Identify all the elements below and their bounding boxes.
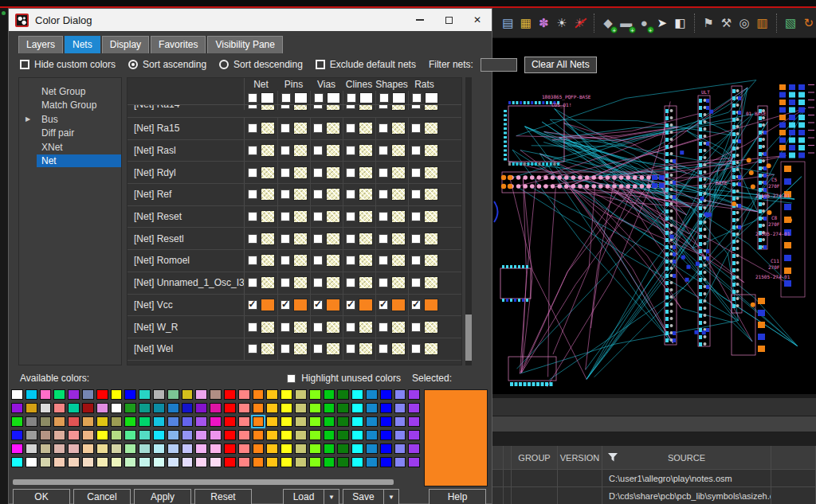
palette-swatch[interactable] xyxy=(40,443,52,454)
palette-swatch[interactable] xyxy=(324,443,335,454)
net-color-swatch[interactable] xyxy=(391,254,406,267)
net-visibility-checkbox[interactable] xyxy=(313,234,323,244)
palette-swatch[interactable] xyxy=(351,457,363,467)
palette-swatch[interactable] xyxy=(295,457,307,467)
net-visibility-checkbox[interactable] xyxy=(346,278,355,287)
net-visibility-checkbox[interactable] xyxy=(248,322,257,332)
palette-swatch[interactable] xyxy=(167,389,179,400)
palette-swatch[interactable] xyxy=(280,457,292,467)
net-color-swatch[interactable] xyxy=(359,144,373,157)
net-visibility-checkbox[interactable] xyxy=(248,105,257,109)
net-visibility-checkbox[interactable] xyxy=(280,168,290,178)
palette-swatch[interactable] xyxy=(139,416,151,427)
pin-copy-icon[interactable]: ⚑ xyxy=(701,14,716,32)
tree-item-xnet[interactable]: XNet xyxy=(19,140,121,154)
net-color-swatch[interactable] xyxy=(326,342,340,355)
net-color-swatch[interactable] xyxy=(424,122,438,135)
sort-ascending-option[interactable]: Sort ascending xyxy=(128,59,206,70)
net-color-swatch[interactable] xyxy=(391,342,406,355)
net-color-swatch[interactable] xyxy=(359,342,373,355)
hide-custom-colors-checkbox[interactable] xyxy=(20,60,29,69)
expand-arrow-icon[interactable]: ▶ xyxy=(19,115,37,123)
net-visibility-checkbox[interactable] xyxy=(313,189,323,199)
net-color-swatch[interactable] xyxy=(359,299,373,311)
palette-swatch[interactable] xyxy=(295,416,307,427)
select-all-checkbox-net[interactable] xyxy=(248,93,257,103)
palette-swatch[interactable] xyxy=(337,416,349,427)
palette-swatch[interactable] xyxy=(224,443,236,454)
palette-swatch[interactable] xyxy=(139,389,151,400)
palette-swatch[interactable] xyxy=(111,443,123,454)
net-color-swatch[interactable] xyxy=(293,105,308,111)
net-visibility-checkbox[interactable] xyxy=(379,168,388,178)
palette-swatch[interactable] xyxy=(224,403,236,413)
net-color-swatch[interactable] xyxy=(293,232,308,245)
palette-swatch[interactable] xyxy=(351,403,363,413)
palette-swatch[interactable] xyxy=(337,403,349,413)
palette-swatch[interactable] xyxy=(324,457,335,467)
palette-swatch[interactable] xyxy=(408,403,420,413)
net-color-swatch[interactable] xyxy=(293,342,308,355)
palette-swatch[interactable] xyxy=(68,389,80,400)
net-color-swatch[interactable] xyxy=(261,188,275,201)
ok-button[interactable]: OK xyxy=(13,489,70,504)
palette-swatch[interactable] xyxy=(195,403,207,413)
palette-swatch[interactable] xyxy=(82,389,94,400)
net-color-swatch[interactable] xyxy=(424,144,438,157)
net-color-swatch[interactable] xyxy=(424,232,438,245)
palette-swatch[interactable] xyxy=(82,403,94,413)
palette-swatch[interactable] xyxy=(111,389,123,400)
load-button[interactable]: Load ▼ xyxy=(283,489,339,504)
net-color-swatch[interactable] xyxy=(359,321,373,334)
palette-swatch[interactable] xyxy=(408,430,420,440)
net-color-swatch[interactable] xyxy=(261,299,275,311)
net-visibility-checkbox[interactable] xyxy=(411,300,421,310)
palette-swatch[interactable] xyxy=(111,416,123,427)
net-color-swatch[interactable] xyxy=(326,210,340,223)
palette-swatch[interactable] xyxy=(40,457,52,467)
palette-swatch[interactable] xyxy=(53,443,65,454)
palette-swatch[interactable] xyxy=(324,430,335,440)
net-visibility-checkbox[interactable] xyxy=(346,344,355,354)
palette-swatch[interactable] xyxy=(253,443,265,454)
palette-swatch[interactable] xyxy=(408,389,420,400)
palette-swatch[interactable] xyxy=(167,403,179,413)
palette-swatch[interactable] xyxy=(224,416,236,427)
net-visibility-checkbox[interactable] xyxy=(411,189,421,199)
palette-swatch[interactable] xyxy=(266,416,278,427)
net-visibility-checkbox[interactable] xyxy=(280,344,290,354)
palette-swatch[interactable] xyxy=(394,430,406,440)
net-color-swatch[interactable] xyxy=(326,254,340,267)
palette-swatch[interactable] xyxy=(26,403,37,413)
palette-swatch[interactable] xyxy=(153,416,165,427)
net-color-swatch[interactable] xyxy=(391,276,406,289)
palette-swatch[interactable] xyxy=(167,443,179,454)
net-visibility-checkbox[interactable] xyxy=(411,344,421,354)
palette-swatch[interactable] xyxy=(11,416,23,427)
palette-swatch[interactable] xyxy=(351,430,363,440)
palette-swatch[interactable] xyxy=(53,430,65,440)
palette-swatch[interactable] xyxy=(153,389,165,400)
net-color-swatch[interactable] xyxy=(391,105,406,111)
save-button[interactable]: Save ▼ xyxy=(343,489,399,504)
net-visibility-checkbox[interactable] xyxy=(313,105,323,109)
scale-r2-icon[interactable]: ▥ xyxy=(755,14,770,32)
net-color-swatch[interactable] xyxy=(391,210,406,223)
palette-swatch[interactable] xyxy=(182,389,194,400)
net-visibility-checkbox[interactable] xyxy=(313,300,323,310)
net-color-swatch[interactable] xyxy=(261,232,275,245)
palette-swatch[interactable] xyxy=(82,416,94,427)
select-all-checkbox-vias[interactable] xyxy=(314,93,324,103)
palette-swatch[interactable] xyxy=(96,403,108,413)
net-visibility-checkbox[interactable] xyxy=(313,146,323,155)
net-visibility-checkbox[interactable] xyxy=(346,146,355,155)
palette-swatch[interactable] xyxy=(82,457,94,467)
net-visibility-checkbox[interactable] xyxy=(280,146,290,155)
maximize-button[interactable] xyxy=(434,9,463,31)
select-all-swatch-vias[interactable] xyxy=(327,92,340,104)
palette-swatch[interactable] xyxy=(195,443,207,454)
net-visibility-checkbox[interactable] xyxy=(346,234,355,244)
net-visibility-checkbox[interactable] xyxy=(280,278,290,287)
palette-swatch[interactable] xyxy=(124,403,136,413)
palette-swatch[interactable] xyxy=(167,430,179,440)
